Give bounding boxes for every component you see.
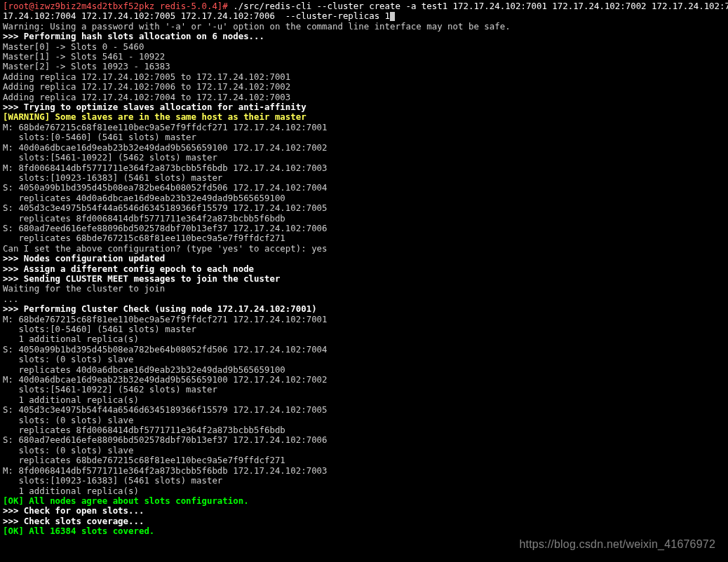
node-m1-slots: slots:[0-5460] (5461 slots) master <box>3 132 196 142</box>
ok-nodes-agree: [OK] All nodes agree about slots configu… <box>3 495 249 506</box>
ok-slots-covered: [OK] All 16384 slots covered. <box>3 526 154 536</box>
node-s1-rep: replicates 40d0a6dbcae16d9eab23b32e49dad… <box>3 193 285 203</box>
heading-cluster-meet: >>> Sending CLUSTER MEET messages to joi… <box>3 273 280 284</box>
confirm-prompt: Can I set the above configuration? (type… <box>3 243 328 254</box>
node-s3: S: 680ad7eed616efe88096bd502578dbf70b13e… <box>3 223 328 233</box>
watermark: https://blog.csdn.net/weixin_41676972 <box>519 538 715 551</box>
check-s2-slots: slots: (0 slots) slave <box>3 415 134 425</box>
check-m1-add: 1 additional replica(s) <box>3 334 139 344</box>
check-s3-rep: replicates 68bde767215c68f81ee110bec9a5e… <box>3 455 285 465</box>
add-replica-3: Adding replica 172.17.24.102:7004 to 172… <box>3 92 290 102</box>
node-m3: M: 8fd0068414dbf5771711e364f2a873bcbb5f6… <box>3 163 328 173</box>
warn-password: Warning: Using a password with '-a' or '… <box>3 21 511 32</box>
waiting-join: Waiting for the cluster to join <box>3 283 165 294</box>
check-m2-add: 1 additional replica(s) <box>3 395 139 405</box>
node-s3-rep: replicates 68bde767215c68f81ee110bec9a5e… <box>3 233 285 243</box>
heading-cluster-check: >>> Performing Cluster Check (using node… <box>3 303 317 314</box>
command-line-1: ./src/redis-cli --cluster create -a test… <box>233 1 728 11</box>
master-0: Master[0] -> Slots 0 - 5460 <box>3 41 144 52</box>
master-2: Master[2] -> Slots 10923 - 16383 <box>3 61 170 71</box>
check-s3: S: 680ad7eed616efe88096bd502578dbf70b13e… <box>3 434 328 445</box>
heading-hash-allocation: >>> Performing hash slots allocation on … <box>3 31 264 41</box>
node-m2-slots: slots:[5461-10922] (5462 slots) master <box>3 152 217 163</box>
node-m3-slots: slots:[10923-16383] (5461 slots) master <box>3 172 222 183</box>
master-1: Master[1] -> Slots 5461 - 10922 <box>3 51 165 62</box>
check-m3: M: 8fd0068414dbf5771711e364f2a873bcbb5f6… <box>3 465 328 476</box>
check-s1-rep: replicates 40d0a6dbcae16d9eab23b32e49dad… <box>3 364 285 375</box>
check-m3-slots: slots:[10923-16383] (5461 slots) master <box>3 475 222 486</box>
check-m2-slots: slots:[5461-10922] (5462 slots) master <box>3 384 217 395</box>
check-s2: S: 405d3c3e4975b54f44a6546d6345189366f15… <box>3 404 328 415</box>
add-replica-2: Adding replica 172.17.24.102:7006 to 172… <box>3 81 290 92</box>
check-s2-rep: replicates 8fd0068414dbf5771711e364f2a87… <box>3 425 285 435</box>
check-s1: S: 4050a99b1bd395d45b08ea782be64b08052fd… <box>3 344 328 355</box>
node-s2: S: 405d3c3e4975b54f44a6546d6345189366f15… <box>3 203 328 213</box>
heading-optimize: >>> Trying to optimize slaves allocation… <box>3 102 306 112</box>
node-s1: S: 4050a99b1bd395d45b08ea782be64b08052fd… <box>3 182 328 193</box>
check-m2: M: 40d0a6dbcae16d9eab23b32e49dad9b565659… <box>3 374 328 385</box>
heading-open-slots: >>> Check for open slots... <box>3 505 144 516</box>
terminal-output[interactable]: [root@izwz9biz2m4sd2tbxf52pkz redis-5.0.… <box>0 0 728 538</box>
node-m1: M: 68bde767215c68f81ee110bec9a5e7f9ffdcf… <box>3 122 328 132</box>
heading-nodes-updated: >>> Nodes configuration updated <box>3 253 165 263</box>
check-s1-slots: slots: (0 slots) slave <box>3 354 134 364</box>
check-m1: M: 68bde767215c68f81ee110bec9a5e7f9ffdcf… <box>3 314 328 324</box>
shell-prompt: [root@izwz9biz2m4sd2tbxf52pkz redis-5.0.… <box>3 1 228 11</box>
heading-coverage: >>> Check slots coverage... <box>3 516 144 526</box>
node-m2: M: 40d0a6dbcae16d9eab23b32e49dad9b565659… <box>3 142 328 153</box>
check-m3-add: 1 additional replica(s) <box>3 486 139 496</box>
command-line-2: 17.24.102:7004 172.17.24.102:7005 172.17… <box>3 11 390 21</box>
add-replica-1: Adding replica 172.17.24.102:7005 to 172… <box>3 71 290 82</box>
check-s3-slots: slots: (0 slots) slave <box>3 445 134 455</box>
check-m1-slots: slots:[0-5460] (5461 slots) master <box>3 324 196 334</box>
warning-label: [WARNING] <box>3 111 50 122</box>
warning-same-host: Some slaves are in the same host as thei… <box>50 111 306 122</box>
terminal-cursor <box>390 12 395 21</box>
node-s2-rep: replicates 8fd0068414dbf5771711e364f2a87… <box>3 213 285 224</box>
waiting-dots: ... <box>3 294 18 304</box>
heading-epoch: >>> Assign a different config epoch to e… <box>3 263 254 274</box>
